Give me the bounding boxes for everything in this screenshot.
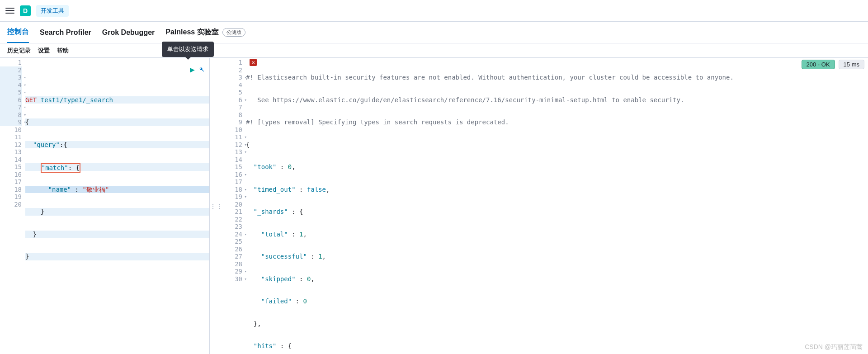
tab-grok-debugger[interactable]: Grok Debugger [102,23,155,42]
response-code[interactable]: 1 2 3 4 5 6 7 8 9 10 11 12 13 14 15 16 1… [222,58,868,354]
link-settings[interactable]: 设置 [38,47,50,55]
request-code[interactable]: 1 2 3 4 5 6 7 8 9 10 11 12 13 14 15 16 1… [0,58,209,354]
breadcrumb-devtools[interactable]: 开发工具 [36,5,69,17]
status-time: 15 ms [839,60,864,69]
top-bar: D 开发工具 [0,0,868,22]
wrench-icon[interactable] [198,66,205,74]
tab-search-profiler[interactable]: Search Profiler [40,23,91,42]
app-logo[interactable]: D [20,5,31,16]
send-request-tooltip: 单击以发送请求 [162,42,214,57]
response-code-body[interactable]: #! Elasticsearch built-in security featu… [246,59,868,354]
request-gutter: 1 2 3 4 5 6 7 8 9 10 11 12 13 14 15 16 1… [0,59,25,354]
tab-painless-lab[interactable]: Painless 实验室 公测版 [165,22,245,42]
hamburger-icon[interactable] [5,6,14,15]
pane-divider[interactable]: ⋮⋮ [210,58,222,354]
request-code-body[interactable]: GET test1/type1/_search { "query":{ "mat… [25,59,209,354]
request-editor[interactable]: ▶ 1 2 3 4 5 6 7 8 9 10 11 12 13 14 15 [0,58,210,354]
match-highlight-box: "match": { [41,163,80,173]
response-gutter: 1 2 3 4 5 6 7 8 9 10 11 12 13 14 15 16 1… [224,59,246,354]
response-pane: 200 - OK 15 ms ✕ 1 2 3 4 5 6 7 8 9 10 11… [222,58,868,354]
link-history[interactable]: 历史记录 [7,47,31,55]
request-actions: ▶ [190,66,205,74]
beta-badge: 公测版 [222,28,245,37]
tab-painless-label: Painless 实验室 [165,28,218,37]
editor-area: ▶ 1 2 3 4 5 6 7 8 9 10 11 12 13 14 15 [0,58,868,354]
watermark: CSDN @玛丽莲茼蒿 [805,343,863,351]
warning-marker-icon[interactable]: ✕ [250,59,257,66]
tabs-row: 控制台 Search Profiler Grok Debugger Painle… [0,22,868,43]
sub-links-row: 历史记录 设置 帮助 单击以发送请求 [0,43,868,58]
tab-console[interactable]: 控制台 [7,22,29,43]
play-icon[interactable]: ▶ [190,66,195,74]
status-code: 200 - OK [802,60,835,69]
link-help[interactable]: 帮助 [57,47,69,55]
status-bar: 200 - OK 15 ms [802,60,864,69]
